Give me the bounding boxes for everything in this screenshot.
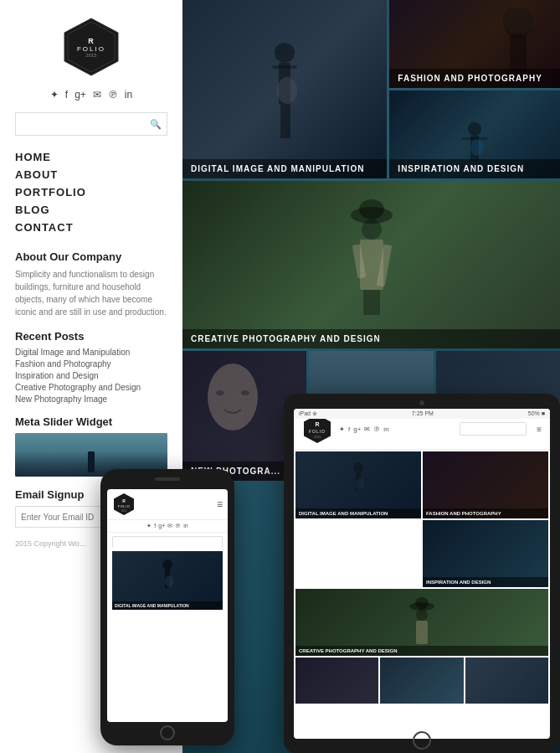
svg-rect-5: [280, 105, 285, 138]
grid-item-guitar-main[interactable]: DIGITAL IMAGE AND MANIPULATION: [182, 0, 387, 178]
phone-linkedin[interactable]: in: [183, 523, 188, 529]
about-text: Simplicity and functionalism to design b…: [15, 268, 167, 318]
phone-facebook[interactable]: f: [154, 523, 156, 529]
recent-post-4[interactable]: New Photography Image: [15, 395, 167, 404]
hat-person-svg: [321, 186, 422, 320]
svg-point-32: [356, 478, 364, 490]
phone-speaker: [155, 477, 180, 481]
nav-about[interactable]: ABOUT: [15, 168, 167, 181]
recent-post-3[interactable]: Creative Photography and Design: [15, 383, 167, 392]
tablet-guitar-svg: [346, 461, 371, 503]
svg-rect-22: [372, 290, 380, 315]
grid-item-inspiration[interactable]: INSPIRATION AND DESIGN: [389, 90, 560, 178]
tablet-bottom-row: [294, 658, 550, 705]
tablet-screen: iPad ※ 7:25 PM 50% ■ R FOLIO 2015 ✦ f g+…: [294, 409, 550, 739]
search-bar: 🔍: [15, 112, 167, 136]
email-icon[interactable]: ✉: [93, 89, 101, 101]
phone-social-icons: ✦ f g+ ✉ ℗ in: [107, 520, 228, 533]
search-button[interactable]: 🔍: [145, 113, 167, 135]
phone-logo: R FOLIO 2015: [112, 493, 136, 516]
pinterest-icon[interactable]: ℗: [108, 89, 118, 101]
phone-logo-svg: R FOLIO 2015: [112, 493, 136, 516]
tablet-email[interactable]: ✉: [364, 425, 370, 433]
new-photo-face: [199, 359, 266, 455]
phone-gplus[interactable]: g+: [158, 523, 165, 529]
tablet-creative-label: CREATIVE PHOTOGRAPHY AND DESIGN: [295, 646, 548, 656]
svg-point-35: [416, 609, 428, 621]
tablet-bottom-0: [295, 658, 378, 704]
search-input[interactable]: [16, 113, 145, 135]
svg-point-25: [241, 390, 249, 395]
tablet-img-inspiration: INSPIRATION AND DESIGN: [423, 520, 548, 587]
svg-point-34: [415, 597, 429, 609]
tablet-creative-svg: [397, 590, 447, 648]
meta-slider-title: Meta Slider Widget: [15, 415, 167, 428]
svg-point-41: [162, 560, 172, 570]
nav-blog[interactable]: BLOG: [15, 204, 167, 216]
googleplus-icon[interactable]: g+: [74, 89, 86, 101]
svg-point-11: [468, 122, 481, 136]
tablet-bottom-1: [380, 658, 463, 704]
tablet-bottom-2: [465, 658, 548, 704]
svg-point-7: [277, 77, 297, 104]
nav-portfolio[interactable]: PORTFOLIO: [15, 186, 167, 199]
inspiration-label: INSPIRATION AND DESIGN: [389, 159, 560, 178]
tablet-img-creative: CREATIVE PHOTOGRAPHY AND DESIGN: [295, 589, 548, 656]
guitar-silhouette: [255, 36, 314, 153]
tablet-gplus[interactable]: g+: [353, 425, 361, 433]
phone-menu-icon[interactable]: ≡: [217, 498, 223, 510]
svg-text:2015: 2015: [121, 509, 127, 513]
phone-twitter[interactable]: ✦: [146, 523, 152, 529]
recent-post-0[interactable]: Digital Image and Manipulation: [15, 348, 167, 357]
tablet-status-right: 50% ■: [528, 410, 545, 417]
top-right-column: FASHION AND PHOTOGRAPHY INSPIRATION AND …: [389, 0, 560, 178]
tablet-social: ✦ f g+ ✉ ℗ in: [339, 425, 453, 433]
recent-post-2[interactable]: Inspiration and Design: [15, 371, 167, 380]
svg-text:2015: 2015: [314, 435, 322, 439]
recent-posts-title: Recent Posts: [15, 330, 167, 343]
phone-header: R FOLIO 2015 ≡: [107, 489, 228, 520]
face-svg: [199, 359, 266, 451]
svg-point-30: [353, 462, 363, 472]
tablet-inspiration-label: INSPIRATION AND DESIGN: [423, 577, 548, 587]
tablet-search-input[interactable]: [460, 422, 527, 436]
grid-item-fashion[interactable]: FASHION AND PHOTOGRAPHY: [389, 0, 560, 88]
svg-point-43: [165, 575, 173, 587]
recent-posts-section: Recent Posts Digital Image and Manipulat…: [15, 330, 167, 404]
twitter-icon[interactable]: ✦: [50, 89, 59, 101]
guitar-main-label: DIGITAL IMAGE AND MANIPULATION: [182, 159, 387, 178]
phone-main-image[interactable]: DIGITAL IMAGE AND MANIPULATION: [112, 551, 223, 610]
logo-text: R FOLIO 2015: [77, 37, 105, 58]
tablet-twitter[interactable]: ✦: [339, 425, 345, 433]
tablet-status-left: iPad ※: [299, 410, 317, 417]
tablet-fashion-label: FASHION AND PHOTOGRAPHY: [423, 508, 548, 518]
svg-point-24: [216, 390, 224, 395]
tablet-status-bar: iPad ※ 7:25 PM 50% ■: [294, 409, 550, 419]
phone-home-button[interactable]: [160, 725, 175, 740]
tablet-home-button[interactable]: [413, 731, 431, 750]
fashion-label: FASHION AND PHOTOGRAPHY: [389, 69, 560, 88]
about-title: About Our Company: [15, 250, 167, 263]
nav-contact[interactable]: CONTACT: [15, 221, 167, 234]
tablet-camera: [419, 400, 424, 405]
nav-home[interactable]: HOME: [15, 151, 167, 163]
phone-guitar-svg: [155, 558, 180, 600]
linkedin-icon[interactable]: in: [125, 89, 132, 101]
grid-item-creative[interactable]: CREATIVE PHOTOGRAPHY AND DESIGN: [182, 181, 560, 348]
phone-email[interactable]: ✉: [167, 523, 172, 529]
tablet-linkedin[interactable]: in: [383, 425, 388, 433]
tablet-facebook[interactable]: f: [348, 425, 350, 433]
svg-point-16: [359, 199, 384, 219]
phone-search-input[interactable]: [113, 542, 222, 552]
phone-mockup: R FOLIO 2015 ≡ ✦ f g+ ✉ ℗ in: [100, 469, 234, 745]
tablet-img-fashion: FASHION AND PHOTOGRAPHY: [423, 451, 548, 518]
facebook-icon[interactable]: f: [65, 89, 68, 101]
recent-post-1[interactable]: Fashion and Photography: [15, 359, 167, 369]
tablet-pinterest[interactable]: ℗: [373, 425, 380, 433]
hat-person: [321, 186, 422, 323]
tablet-mockup: iPad ※ 7:25 PM 50% ■ R FOLIO 2015 ✦ f g+…: [284, 394, 560, 753]
site-logo[interactable]: R FOLIO 2015: [61, 17, 121, 77]
phone-search: [112, 536, 223, 548]
phone-pinterest[interactable]: ℗: [175, 523, 181, 529]
tablet-menu-icon[interactable]: ≡: [537, 425, 542, 434]
